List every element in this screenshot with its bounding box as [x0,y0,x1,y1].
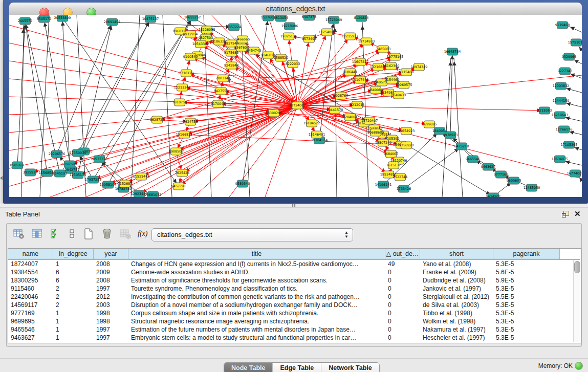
graph-node[interactable]: 8549433 [391,92,406,99]
graph-node[interactable]: 9190549 [183,53,198,60]
graph-node[interactable]: 16774005 [567,170,582,177]
graph-node[interactable]: 2405572 [18,17,32,25]
graph-node[interactable]: 8912954 [183,31,198,38]
function-builder-button[interactable]: f(x) [138,230,151,243]
cell-out_degree[interactable]: 0 [385,268,420,276]
column-header-title[interactable]: title [128,249,385,259]
graph-node[interactable]: 8129824 [354,15,368,21]
graph-node[interactable]: 8813054 [274,15,288,21]
cell-name[interactable]: 9699695 [8,317,53,325]
graph-node[interactable]: 9589340 [235,180,250,187]
cell-pagerank[interactable]: 5.9E-5 [493,276,560,285]
graph-node[interactable]: 15723049 [325,16,342,24]
graph-node[interactable]: 9928764 [334,92,348,99]
graph-node[interactable]: 6407378 [302,15,316,20]
graph-node[interactable]: 7625426 [175,169,189,177]
cell-out_degree[interactable]: 0 [385,309,420,317]
column-header-name[interactable]: name [8,249,53,259]
cell-pagerank[interactable]: 5.3E-5 [493,317,560,325]
cell-year[interactable]: 1998 [94,317,128,325]
graph-node[interactable]: 19654923 [398,127,415,135]
cell-name[interactable]: 9115460 [8,285,53,293]
column-header-out_degree[interactable]: △ out_de… [385,249,420,259]
cell-name[interactable]: 9465546 [8,325,53,334]
graph-node[interactable]: 5466565 [235,36,250,43]
collapse-panel-arrow-icon[interactable] [0,176,3,180]
cell-in_degree[interactable]: 6 [53,268,94,276]
graph-node[interactable]: 1810755 [172,99,187,106]
graph-node[interactable]: 17105365 [561,141,578,148]
table-row[interactable]: 1456911722003Disruption of a novel membe… [8,301,573,309]
row-height-button[interactable] [66,228,79,241]
cell-out_degree[interactable]: 0 [385,293,420,301]
graph-node[interactable]: 9154469 [385,76,399,83]
cell-pagerank[interactable]: 5.3E-5 [493,334,560,342]
cell-out_degree[interactable]: 0 [385,325,420,334]
graph-node[interactable]: 7624758 [183,118,198,125]
graph-node[interactable]: 9624502 [486,193,500,197]
table-row[interactable]: 1938455462009Genome-wide association stu… [8,268,573,276]
cell-out_degree[interactable]: 0 [385,276,420,285]
graph-node[interactable]: 8505172 [37,15,51,23]
float-panel-icon[interactable] [562,211,569,217]
cell-title[interactable]: Disruption of a novel member of a sodium… [128,301,385,309]
cell-pagerank[interactable]: 5.3E-5 [493,325,560,334]
cell-name[interactable]: 18300295 [8,276,53,285]
graph-node[interactable]: 10475137 [142,15,159,23]
window-titlebar[interactable]: citations_edges.txt [9,3,582,15]
cell-title[interactable]: Estimation of the future numbers of pati… [128,325,385,334]
cell-in_degree[interactable]: 2 [53,285,94,293]
delete-column-button[interactable] [119,228,133,241]
graph-node[interactable]: 9115460 [399,69,413,76]
cell-short[interactable]: Hescheler et al. (1997) [420,334,493,342]
graph-node[interactable]: 1733426 [397,185,411,192]
cell-title[interactable]: Genome-wide association studies in ADHD. [128,268,385,276]
cell-out_degree[interactable]: 0 [385,301,420,309]
table-row[interactable]: 946554611997Estimation of the future num… [8,325,573,334]
cell-title[interactable]: Changes of HCN gene expression and I(f) … [128,260,385,268]
cell-in_degree[interactable]: 6 [53,276,94,285]
cell-pagerank[interactable]: 5.3E-5 [493,309,560,317]
cell-short[interactable]: Tibbo et al. (1998) [420,309,493,317]
graph-node[interactable]: 2522744 [393,173,407,181]
table-row[interactable]: 2242004622012Investigating the contribut… [8,293,573,301]
graph-node[interactable]: 8212016 [350,101,364,108]
table-row[interactable]: 911546021997Tourette syndrome. Phenomeno… [8,285,573,293]
graph-node[interactable]: 15751074 [568,39,582,46]
cell-in_degree[interactable]: 1 [53,260,94,268]
cell-name[interactable]: 14569117 [8,301,53,309]
graph-node[interactable]: 9465546 [466,156,480,163]
graph-node[interactable]: 19325136 [280,33,297,40]
cell-pagerank[interactable]: 5.3E-5 [493,285,560,293]
cell-pagerank[interactable]: 5.5E-5 [493,293,560,301]
cell-title[interactable]: Corpus callosum shape and size in male p… [128,309,385,317]
cell-name[interactable]: 22420046 [8,293,53,301]
graph-node[interactable]: 9777169 [494,171,508,178]
cell-in_degree[interactable]: 2 [53,293,94,301]
graph-node[interactable]: 9146821 [261,52,275,59]
cell-name[interactable]: 18724007 [8,260,53,268]
graph-node[interactable]: 8454743 [247,47,261,54]
cell-out_degree[interactable]: 0 [385,334,420,342]
cell-in_degree[interactable]: 2 [53,301,94,309]
cell-in_degree[interactable]: 1 [53,325,94,334]
cell-year[interactable]: 1997 [94,325,128,334]
column-header-short[interactable]: short [420,249,493,259]
graph-node[interactable]: 9227343 [558,68,572,75]
cell-title[interactable]: Embryonic stem cells: a model to study s… [128,334,385,342]
graph-node[interactable]: 7152687 [118,180,132,187]
graph-node[interactable]: 9628722 [150,116,164,123]
cell-name[interactable]: 9463627 [8,334,53,342]
column-header-in_degree[interactable]: in_degree [53,249,94,259]
graph-node[interactable]: 14196141 [375,181,392,188]
graph-node[interactable]: 9170043 [211,100,225,107]
graph-node[interactable]: 9329966 [562,53,576,60]
graph-node[interactable]: 9684067 [384,150,398,158]
graph-node[interactable]: 1615132 [386,162,401,169]
graph-node[interactable]: 6475218 [454,143,469,150]
cell-pagerank[interactable]: 5.6E-5 [493,268,560,276]
cell-year[interactable]: 1997 [94,285,128,293]
graph-node[interactable]: 12215937 [342,33,359,40]
cell-name[interactable]: 9777169 [8,309,53,317]
cell-in_degree[interactable]: 1 [53,317,94,325]
